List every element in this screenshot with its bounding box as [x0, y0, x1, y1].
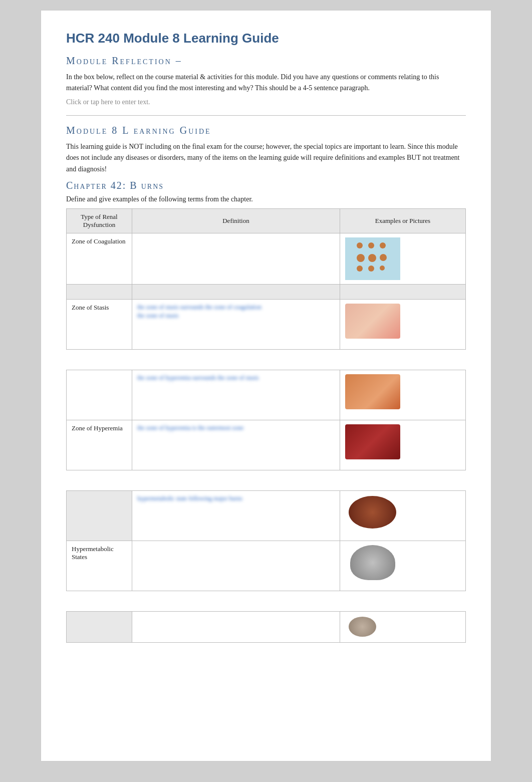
dot — [368, 254, 376, 262]
dot — [357, 242, 363, 248]
hyperemia-bot-shape — [345, 424, 400, 459]
dot — [380, 242, 386, 248]
hyperemia-top-shape — [345, 374, 400, 409]
cell-ex-stasis — [340, 299, 465, 349]
dot — [357, 254, 365, 262]
bottom-image — [345, 616, 380, 638]
cell-ex-bottom — [340, 611, 465, 642]
hypermetabolic-image — [345, 545, 400, 580]
module-guide-heading: Module 8 L earning Guide — [66, 125, 466, 136]
stasis-image — [345, 304, 400, 339]
cell-type-empty2 — [67, 370, 132, 420]
module-guide-body-text: This learning guide is NOT including on … — [66, 141, 466, 175]
table-4-wrap — [66, 611, 466, 643]
page-container: HCR 240 Module 8 Learning Guide Module R… — [41, 10, 491, 761]
cell-ex-hyperemia-top — [340, 370, 465, 420]
blurred-link-stasis-2: the zone of stasis — [137, 312, 335, 320]
burns-table-1: Type of Renal Dysfunction Definition Exa… — [66, 208, 466, 350]
chapter-define-text: Define and give examples of the followin… — [66, 195, 466, 203]
cell-type-bottom — [67, 611, 132, 642]
col-header-examples: Examples or Pictures — [340, 208, 465, 233]
cell-type-empty3 — [67, 490, 132, 541]
table-row: the zone of hyperemia surrounds the zone… — [67, 370, 466, 420]
cell-ex-hyper-top — [340, 490, 465, 541]
table-row: Zone of Stasis the zone of stasis surrou… — [67, 299, 466, 349]
blurred-link-hyp-top: the zone of hyperemia surrounds the zone… — [137, 374, 335, 382]
cell-ex-hypermetabolic — [340, 541, 465, 591]
hyper-top-shape — [349, 496, 396, 529]
section-divider — [66, 115, 466, 116]
table-row — [67, 611, 466, 642]
module-reflection-heading: Module Reflection – — [66, 55, 466, 67]
reflection-placeholder-text[interactable]: Click or tap here to enter text. — [66, 98, 466, 106]
cell-def-coagulation[interactable] — [132, 233, 340, 284]
cell-def-bottom[interactable] — [132, 611, 340, 642]
cell-def-stasis[interactable]: the zone of stasis surrounds the zone of… — [132, 299, 340, 349]
col-header-definition: Definition — [132, 208, 340, 233]
coagulation-image — [345, 237, 400, 280]
page-title: HCR 240 Module 8 Learning Guide — [66, 31, 466, 46]
table-row: Zone of Hyperemia the zone of hyperemia … — [67, 420, 466, 470]
cell-type-hyperemia: Zone of Hyperemia — [67, 420, 132, 470]
stasis-image-shape — [345, 304, 400, 339]
hyperemia-bot-image — [345, 424, 400, 457]
blurred-link-hyper-top: hypermetabolic state following major bur… — [137, 495, 335, 502]
hyperemia-top-image — [345, 374, 400, 407]
cell-type-empty — [67, 284, 132, 299]
dot — [368, 242, 374, 248]
dot — [380, 266, 385, 271]
hypermetabolic-shape — [350, 545, 395, 580]
table-row: hypermetabolic state following major bur… — [67, 490, 466, 541]
reflection-body-text: In the box below, reflect on the course … — [66, 72, 466, 94]
dot — [368, 266, 374, 272]
table-row: Hypermetabolic States — [67, 541, 466, 591]
cell-ex-hyperemia-bot — [340, 420, 465, 470]
chapter-heading: Chapter 42: B urns — [66, 180, 466, 191]
table-2-wrap: the zone of hyperemia surrounds the zone… — [66, 370, 466, 470]
cell-def-hyperemia-top[interactable]: the zone of hyperemia surrounds the zone… — [132, 370, 340, 420]
cell-ex-empty — [340, 284, 465, 299]
hyper-top-image — [345, 495, 400, 530]
bottom-shape — [349, 617, 376, 637]
cell-type-stasis: Zone of Stasis — [67, 299, 132, 349]
dot — [357, 266, 363, 272]
cell-def-hyperemia[interactable]: the zone of hyperemia is the outermost z… — [132, 420, 340, 470]
burns-table-3: hypermetabolic state following major bur… — [66, 490, 466, 591]
cell-type-hypermetabolic: Hypermetabolic States — [67, 541, 132, 591]
dots-grid — [357, 242, 389, 275]
table-3-wrap: hypermetabolic state following major bur… — [66, 490, 466, 591]
blurred-link-hyp: the zone of hyperemia is the outermost z… — [137, 424, 335, 432]
dot — [380, 254, 387, 261]
cell-def-hyper-top[interactable]: hypermetabolic state following major bur… — [132, 490, 340, 541]
cell-def-hypermetabolic[interactable] — [132, 541, 340, 591]
cell-type-coagulation: Zone of Coagulation — [67, 233, 132, 284]
table-row: Zone of Coagulation — [67, 233, 466, 284]
burns-table-2: the zone of hyperemia surrounds the zone… — [66, 370, 466, 470]
blurred-link-stasis: the zone of stasis surrounds the zone of… — [137, 304, 335, 311]
col-header-type: Type of Renal Dysfunction — [67, 208, 132, 233]
table-row — [67, 284, 466, 299]
burns-table-4 — [66, 611, 466, 643]
cell-def-empty[interactable] — [132, 284, 340, 299]
cell-ex-coagulation — [340, 233, 465, 284]
